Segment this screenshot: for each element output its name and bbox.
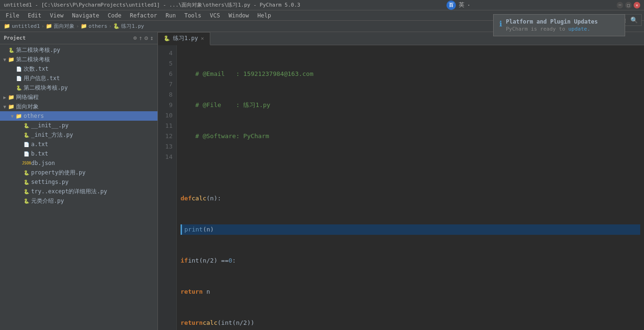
folder-icon: 📁 xyxy=(8,56,15,63)
close-button[interactable]: ✕ xyxy=(634,2,640,8)
minimize-button[interactable]: ─ xyxy=(617,2,623,8)
menu-item-tools[interactable]: Tools xyxy=(181,11,205,20)
a-txt-icon: 📄 xyxy=(23,140,30,148)
py-file-icon2: 🐍 xyxy=(15,84,23,91)
sidebar-header-icons: ⊕ ↑ ⚙ ↕ xyxy=(133,34,154,41)
list-item[interactable]: ▼ 📁 第二模块考核 xyxy=(0,55,157,64)
breadcrumb-item-untitled1[interactable]: untitled1 xyxy=(12,23,40,29)
txt-file-icon2: 📄 xyxy=(15,74,23,82)
list-item[interactable]: 🐍 _init_方法.py xyxy=(0,130,157,140)
punctuation-icon: · xyxy=(467,2,471,8)
list-item[interactable]: 🐍 try..except的详细用法.py xyxy=(0,187,157,196)
menu-item-vcs[interactable]: VCS xyxy=(206,11,224,20)
init2-py-icon: 🐍 xyxy=(23,131,30,139)
breadcrumb-item-others[interactable]: others xyxy=(89,23,107,29)
txt-file-icon: 📄 xyxy=(15,65,23,73)
menu-item-view[interactable]: View xyxy=(46,11,67,20)
sidebar-tree: 🐍 第二模块考核.py ▼ 📁 第二模块考核 📄 次数.txt 📄 用户 xyxy=(0,44,157,330)
list-item[interactable]: JSON db.json xyxy=(0,158,157,168)
list-item[interactable]: 🐍 property的使用.py xyxy=(0,168,157,177)
code-line-8: def calc(n): xyxy=(181,193,640,204)
titlebar: untitled1 - [C:\Users\P\PycharmProjects\… xyxy=(0,0,644,10)
others-folder-icon: 📁 xyxy=(15,112,23,120)
tab-label: 练习1.py xyxy=(173,34,198,42)
menu-item-help[interactable]: Help xyxy=(254,11,275,20)
sidebar-header: Project ⊕ ↑ ⚙ ↕ xyxy=(0,32,157,44)
breadcrumb-item-exercise[interactable]: 练习1.py xyxy=(121,23,144,30)
titlebar-title: untitled1 - [C:\Users\P\PycharmProjects\… xyxy=(4,1,300,8)
code-line-10: if int(n/2) ==0: xyxy=(181,256,640,266)
b-txt-icon: 📄 xyxy=(23,150,30,157)
code-line-11: return n xyxy=(181,287,640,297)
menu-item-edit[interactable]: Edit xyxy=(24,11,45,20)
list-item[interactable]: 📄 用户信息.txt xyxy=(0,74,157,83)
line-numbers: 4 5 6 7 8 9 10 11 12 13 14 xyxy=(158,45,177,330)
menu-item-navigate[interactable]: Navigate xyxy=(68,11,103,20)
list-item[interactable]: 🐍 第二模块考核.py xyxy=(0,83,157,92)
code-line-6: # @Software: PyCharm xyxy=(181,131,640,141)
menu-item-code[interactable]: Code xyxy=(104,11,125,20)
json-icon: JSON xyxy=(23,159,30,167)
sidebar-title: Project xyxy=(4,35,25,41)
tab-py-icon: 🐍 xyxy=(164,35,170,41)
tab-exercise1[interactable]: 🐍 练习1.py ✕ xyxy=(158,32,210,45)
code-line-9: print(n) xyxy=(181,224,640,235)
breadcrumb-item-facing-object[interactable]: 面向对象 xyxy=(54,23,74,30)
input-method-icon: 英 xyxy=(459,1,464,9)
code-line-12: return calc(int(n/2)) xyxy=(181,318,640,328)
menu-item-run[interactable]: Run xyxy=(162,11,180,20)
sidebar-item-others[interactable]: ▼ 📁 others xyxy=(0,111,157,121)
up-icon[interactable]: ↑ xyxy=(139,34,143,41)
sidebar: Project ⊕ ↑ ⚙ ↕ 🐍 第二模块考核.py ▼ 📁 第二模块考核 xyxy=(0,32,158,330)
list-item[interactable]: 🐍 元类介绍.py xyxy=(0,196,157,206)
breadcrumb-icon2: 📁 xyxy=(46,23,52,29)
meta-py-icon: 🐍 xyxy=(23,197,30,205)
editor-area: 练习1 ▶ 🐞 ⬛ ⟳ ↙ ⬚ 🔍 ℹ Platform and Plugin … xyxy=(158,32,644,330)
menu-item-window[interactable]: Window xyxy=(225,11,253,20)
list-item[interactable]: 📄 b.txt xyxy=(0,149,157,158)
add-icon[interactable]: ⊕ xyxy=(133,34,137,41)
list-item[interactable]: 🐍 settings.py xyxy=(0,177,157,187)
breadcrumb-icon3: 📁 xyxy=(81,23,87,29)
list-item[interactable]: 📄 a.txt xyxy=(0,140,157,149)
list-item[interactable]: 🐍 __init__.py xyxy=(0,121,157,130)
baidu-icon: 百 xyxy=(446,0,456,10)
tab-close-button[interactable]: ✕ xyxy=(201,35,204,41)
menu-item-file[interactable]: File xyxy=(2,11,23,20)
list-item[interactable]: 📄 次数.txt xyxy=(0,64,157,74)
try-py-icon: 🐍 xyxy=(23,188,30,195)
property-py-icon: 🐍 xyxy=(23,169,30,176)
breadcrumb-icon: 📁 xyxy=(4,23,10,29)
maximize-button[interactable]: □ xyxy=(625,2,632,8)
folder-icon2: 📁 xyxy=(8,93,15,101)
breadcrumb-icon4: 🐍 xyxy=(113,23,120,29)
init-py-icon: 🐍 xyxy=(23,122,30,129)
list-item[interactable]: ▶ 📁 网络编程 xyxy=(0,92,157,102)
settings-py-icon: 🐍 xyxy=(23,178,30,186)
list-item[interactable]: ▼ 📁 面向对象 xyxy=(0,102,157,111)
menu-item-refactor[interactable]: Refactor xyxy=(126,11,161,20)
code-content[interactable]: # @Email : 15921237984@163.com # @File :… xyxy=(177,45,644,330)
code-line-5: # @File : 练习1.py xyxy=(181,100,640,110)
titlebar-controls: ─ □ ✕ xyxy=(617,2,640,8)
code-line-7 xyxy=(181,162,640,173)
titlebar-center: 百 英 · xyxy=(446,0,471,10)
list-item[interactable]: 🐍 第二模块考核.py xyxy=(0,45,157,55)
py-file-icon: 🐍 xyxy=(8,46,15,54)
layout-icon[interactable]: ↕ xyxy=(150,34,154,41)
notification-popup: ℹ Platform and Plugin Updates PyCharm is… xyxy=(493,32,625,36)
gear-icon[interactable]: ⚙ xyxy=(144,34,148,41)
main-area: Project ⊕ ↑ ⚙ ↕ 🐍 第二模块考核.py ▼ 📁 第二模块考核 xyxy=(0,32,644,330)
folder-icon3: 📁 xyxy=(8,103,15,110)
code-editor[interactable]: 4 5 6 7 8 9 10 11 12 13 14 # @Email : 15… xyxy=(158,45,644,330)
code-line-4: # @Email : 15921237984@163.com xyxy=(181,69,640,79)
